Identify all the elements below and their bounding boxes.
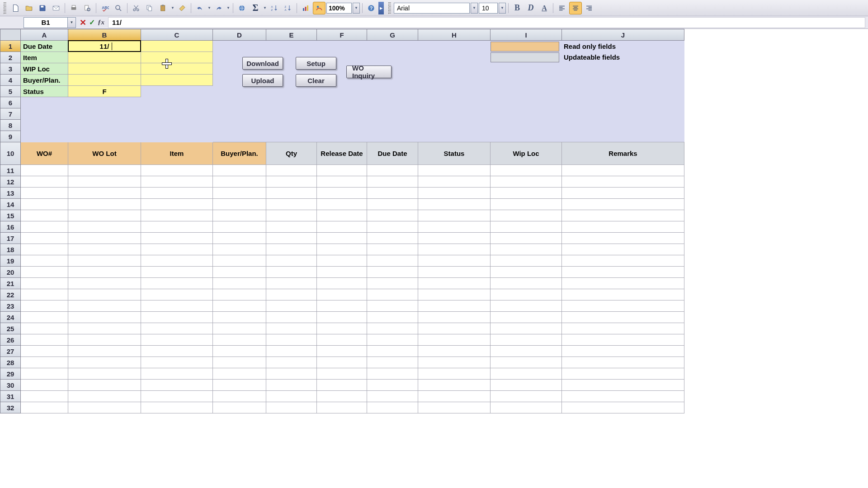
cell-F23[interactable] (317, 300, 367, 312)
cell-C20[interactable] (141, 267, 213, 278)
row-header-32[interactable]: 32 (0, 402, 21, 413)
spellcheck-icon[interactable]: ABC (99, 2, 111, 14)
cell-J22[interactable] (562, 289, 684, 300)
cell-J15[interactable] (562, 210, 684, 221)
cell-F30[interactable] (317, 380, 367, 391)
cell-E24[interactable] (266, 312, 317, 323)
cell-H29[interactable] (418, 368, 491, 380)
cell-J31[interactable] (562, 391, 684, 402)
cell-C28[interactable] (141, 357, 213, 368)
cell-I22[interactable] (491, 289, 562, 300)
cell-H19[interactable] (418, 255, 491, 267)
row-header-15[interactable]: 15 (0, 210, 21, 221)
th-status[interactable]: Status (418, 142, 491, 165)
cell-B26[interactable] (68, 334, 141, 346)
find-icon[interactable] (112, 2, 125, 14)
cell-H25[interactable] (418, 323, 491, 334)
cell-G14[interactable] (367, 199, 418, 210)
cell-B30[interactable] (68, 380, 141, 391)
cell-B21[interactable] (68, 278, 141, 289)
cell-A13[interactable] (21, 188, 68, 199)
cell-H24[interactable] (418, 312, 491, 323)
row-header-26[interactable]: 26 (0, 334, 21, 346)
cell-C29[interactable] (141, 368, 213, 380)
font-name-dropdown[interactable]: ▼ (471, 3, 478, 14)
cell-H17[interactable] (418, 233, 491, 244)
cell-C17[interactable] (141, 233, 213, 244)
cell-I27[interactable] (491, 346, 562, 357)
cell-C24[interactable] (141, 312, 213, 323)
cell-C6[interactable] (141, 97, 213, 108)
cell-I28[interactable] (491, 357, 562, 368)
cell-C21[interactable] (141, 278, 213, 289)
help-icon[interactable]: ? (365, 2, 377, 14)
cell-C18[interactable] (141, 244, 213, 255)
cell-J11[interactable] (562, 165, 684, 176)
cell-G11[interactable] (367, 165, 418, 176)
cell-E22[interactable] (266, 289, 317, 300)
cell-F32[interactable] (317, 402, 367, 413)
cell-H26[interactable] (418, 334, 491, 346)
row-header-30[interactable]: 30 (0, 380, 21, 391)
row-header-14[interactable]: 14 (0, 199, 21, 210)
cell-B31[interactable] (68, 391, 141, 402)
cell-A32[interactable] (21, 402, 68, 413)
cell-B23[interactable] (68, 300, 141, 312)
col-header-J[interactable]: J (562, 29, 684, 41)
cell-A23[interactable] (21, 300, 68, 312)
cell-F11[interactable] (317, 165, 367, 176)
input-item-from[interactable] (68, 52, 141, 63)
cell-F25[interactable] (317, 323, 367, 334)
cell-A9[interactable] (21, 131, 68, 142)
zoom-dropdown[interactable]: ▼ (353, 3, 360, 14)
cell-B7[interactable] (68, 108, 141, 120)
cell-A17[interactable] (21, 233, 68, 244)
cell-J29[interactable] (562, 368, 684, 380)
align-left-icon[interactable] (556, 2, 568, 14)
th-wo-number[interactable]: WO# (21, 142, 68, 165)
cell-G24[interactable] (367, 312, 418, 323)
cell-B8[interactable] (68, 120, 141, 131)
cell-I23[interactable] (491, 300, 562, 312)
clear-button[interactable]: Clear (296, 74, 336, 87)
cell-E12[interactable] (266, 176, 317, 188)
name-box[interactable]: B1 (24, 17, 68, 28)
lavender-bg-r6[interactable] (213, 97, 684, 108)
cell-C13[interactable] (141, 188, 213, 199)
toolbar-grip[interactable] (4, 2, 6, 14)
row-header-12[interactable]: 12 (0, 176, 21, 188)
row-header-19[interactable]: 19 (0, 255, 21, 267)
cell-D23[interactable] (213, 300, 266, 312)
cell-C22[interactable] (141, 289, 213, 300)
cell-F26[interactable] (317, 334, 367, 346)
cell-I13[interactable] (491, 188, 562, 199)
cell-E20[interactable] (266, 267, 317, 278)
redo-icon[interactable] (212, 2, 225, 14)
cell-I11[interactable] (491, 165, 562, 176)
cell-A31[interactable] (21, 391, 68, 402)
cell-D13[interactable] (213, 188, 266, 199)
col-header-D[interactable]: D (213, 29, 266, 41)
cell-A19[interactable] (21, 255, 68, 267)
cell-B29[interactable] (68, 368, 141, 380)
cancel-icon[interactable]: ✕ (80, 18, 86, 28)
lavender-bg-r3[interactable] (213, 63, 684, 75)
drawing-icon[interactable] (313, 2, 326, 14)
cell-B15[interactable] (68, 210, 141, 221)
row-header-2[interactable]: 2 (0, 52, 21, 63)
cell-D26[interactable] (213, 334, 266, 346)
cell-I14[interactable] (491, 199, 562, 210)
cell-G15[interactable] (367, 210, 418, 221)
lavender-bg-r5[interactable] (213, 86, 684, 97)
cell-C14[interactable] (141, 199, 213, 210)
redo-dropdown[interactable]: ▼ (226, 6, 231, 10)
row-header-11[interactable]: 11 (0, 165, 21, 176)
row-header-20[interactable]: 20 (0, 267, 21, 278)
wo-inquiry-button[interactable]: WO Inquiry (346, 66, 392, 78)
cell-G22[interactable] (367, 289, 418, 300)
cell-G16[interactable] (367, 221, 418, 233)
cell-F16[interactable] (317, 221, 367, 233)
row-header-21[interactable]: 21 (0, 278, 21, 289)
row-header-28[interactable]: 28 (0, 357, 21, 368)
cell-H15[interactable] (418, 210, 491, 221)
